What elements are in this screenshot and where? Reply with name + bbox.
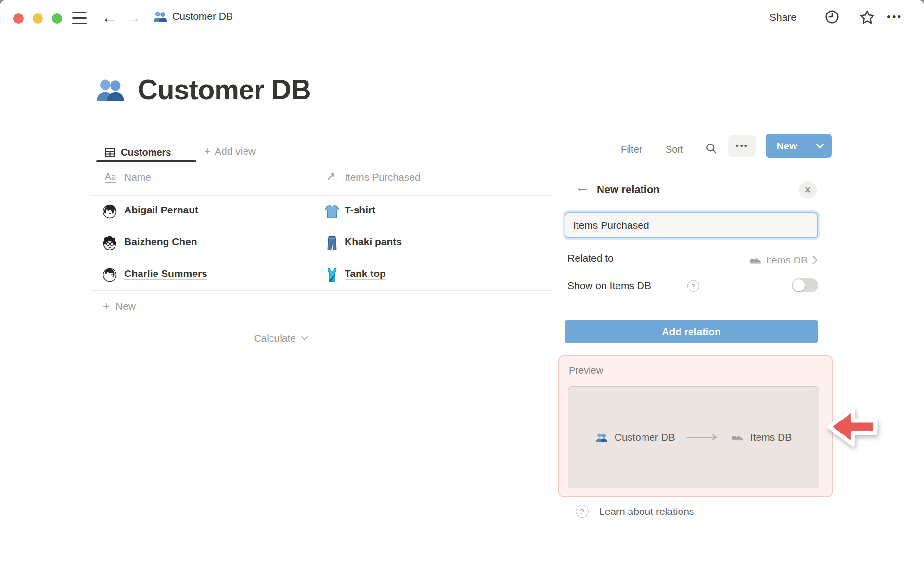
row-item-link[interactable]: Khaki pants — [345, 236, 402, 248]
forward-arrow-icon[interactable]: → — [126, 8, 141, 27]
plus-icon: + — [204, 144, 211, 158]
add-view-button[interactable]: + Add view — [204, 144, 256, 158]
preview-label: Preview — [569, 365, 603, 376]
sneaker-icon — [731, 431, 744, 444]
close-window-button[interactable] — [13, 13, 24, 24]
row-name-link[interactable]: Charlie Summers — [124, 268, 207, 280]
preview-target-db: Items DB — [750, 432, 792, 443]
calculate-button[interactable]: Calculate — [183, 322, 308, 354]
share-button[interactable]: Share — [770, 12, 796, 23]
plus-icon: + — [103, 300, 110, 313]
breadcrumb[interactable]: Customer DB — [153, 9, 233, 24]
toggle-knob — [793, 279, 805, 291]
show-on-label: Show on Items DB — [567, 280, 651, 291]
text-property-icon: Aa — [105, 172, 116, 183]
page-title: Customer DB — [138, 73, 311, 105]
panel-title: New relation — [597, 184, 660, 196]
help-circle-icon[interactable]: ? — [687, 280, 699, 292]
sort-button[interactable]: Sort — [666, 144, 683, 155]
row-item-link[interactable]: Tank top — [345, 268, 386, 280]
chevron-right-icon — [812, 255, 818, 265]
tab-customers[interactable]: Customers — [96, 143, 196, 162]
row-name-link[interactable]: Abigail Pernaut — [124, 204, 198, 216]
updates-clock-icon[interactable] — [824, 9, 840, 25]
table-row[interactable]: Charlie Summers Tank top — [91, 259, 552, 290]
annotation-arrow-icon — [825, 405, 879, 449]
new-dropdown-chevron-icon[interactable] — [808, 134, 832, 158]
tab-label: Customers — [121, 147, 171, 158]
filter-button[interactable]: Filter — [621, 144, 642, 155]
preview-highlight-box: Preview Customer DB — [558, 355, 833, 497]
more-options-icon[interactable]: ••• — [887, 11, 902, 23]
notion-window: ← → Customer DB Share ••• — [0, 0, 924, 578]
table-row[interactable]: Abigail Pernaut T-shirt — [91, 195, 552, 227]
row-name-link[interactable]: Baizheng Chen — [124, 236, 197, 248]
view-options-icon[interactable]: ••• — [728, 135, 756, 157]
minimize-window-button[interactable] — [33, 13, 43, 24]
table-row[interactable]: Baizheng Chen Khaki pants — [91, 227, 552, 259]
new-row-button[interactable]: + New — [91, 290, 552, 322]
zoom-window-button[interactable] — [52, 13, 62, 24]
related-to-label: Related to — [567, 252, 614, 264]
column-header-name[interactable]: Name — [124, 171, 151, 183]
people-icon — [595, 431, 608, 444]
avatar-abigail-icon — [102, 204, 117, 219]
help-circle-icon: ? — [576, 505, 589, 518]
add-relation-button[interactable]: Add relation — [565, 320, 818, 343]
avatar-charlie-icon — [102, 267, 117, 283]
table-header: Aa Name ↗ Items Purchased — [91, 163, 552, 195]
people-icon — [153, 9, 167, 24]
relation-preview-diagram: Customer DB Items DB — [568, 386, 819, 488]
people-icon — [95, 75, 125, 105]
panel-close-icon[interactable]: ✕ — [799, 181, 817, 199]
panel-back-arrow-icon[interactable]: ← — [576, 179, 590, 195]
jeans-icon — [324, 236, 340, 251]
favorite-star-icon[interactable] — [859, 9, 876, 26]
preview-source-db: Customer DB — [615, 432, 675, 443]
relation-arrow-icon — [686, 434, 720, 441]
show-on-toggle[interactable] — [792, 278, 818, 292]
chevron-down-icon — [301, 336, 308, 341]
table-view-icon — [104, 146, 116, 158]
relation-property-icon: ↗ — [326, 170, 335, 183]
avatar-baizheng-icon — [102, 236, 117, 251]
panel-divider — [552, 162, 552, 578]
search-icon[interactable] — [705, 142, 718, 155]
learn-about-relations-link[interactable]: ? Learn about relations — [576, 505, 694, 518]
tank-top-icon — [324, 267, 340, 283]
back-arrow-icon[interactable]: ← — [102, 8, 117, 27]
sidebar-menu-icon[interactable] — [72, 12, 87, 25]
sneaker-icon — [749, 253, 762, 266]
toolbar-divider — [91, 162, 832, 162]
relation-name-input[interactable] — [565, 212, 818, 238]
column-header-items-purchased[interactable]: Items Purchased — [345, 171, 421, 183]
tshirt-icon — [324, 204, 340, 219]
breadcrumb-title: Customer DB — [172, 11, 233, 22]
new-button[interactable]: New — [766, 134, 832, 158]
row-item-link[interactable]: T-shirt — [345, 204, 375, 216]
related-to-select[interactable]: Items DB — [722, 253, 818, 266]
